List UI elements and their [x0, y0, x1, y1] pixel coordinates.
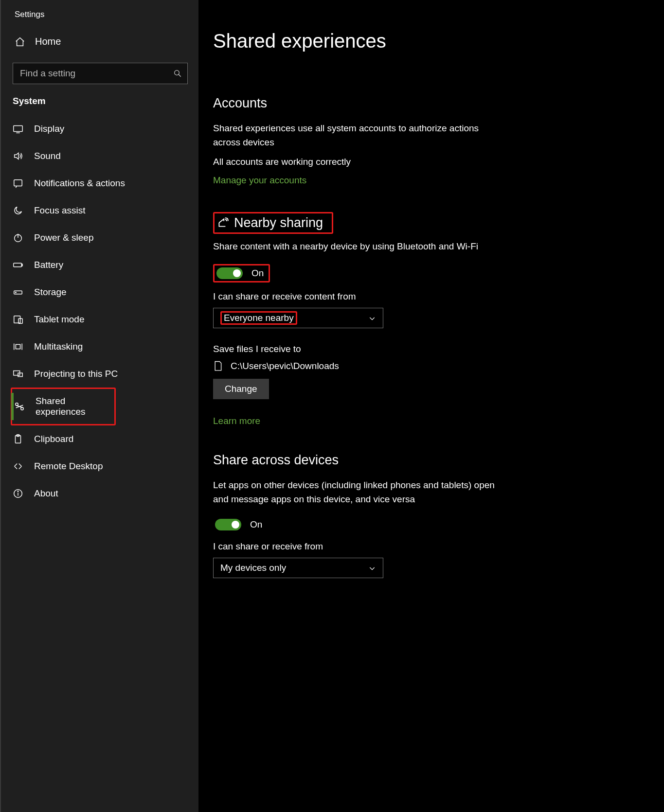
sidebar-item-power[interactable]: Power & sleep	[1, 224, 198, 251]
across-toggle-row: On	[213, 517, 267, 532]
nearby-toggle-label: On	[251, 268, 264, 279]
svg-rect-7	[14, 263, 22, 266]
nearby-share-icon	[216, 216, 229, 229]
accounts-status: All accounts are working correctly	[213, 155, 485, 169]
remote-icon	[13, 461, 23, 472]
home-icon	[15, 36, 25, 47]
change-button[interactable]: Change	[213, 379, 269, 399]
page-title: Shared experiences	[213, 30, 664, 52]
svg-rect-17	[18, 373, 22, 376]
sidebar: Settings Home System Display Sound	[0, 0, 198, 812]
svg-rect-15	[16, 344, 20, 349]
accounts-desc: Shared experiences use all system accoun…	[213, 122, 485, 149]
sidebar-item-storage[interactable]: Storage	[1, 279, 198, 306]
nav-label: About	[34, 488, 58, 499]
sidebar-category: System	[1, 96, 198, 115]
home-label: Home	[35, 36, 61, 47]
nav-label: Clipboard	[34, 434, 73, 444]
nearby-share-value: Everyone nearby	[220, 311, 297, 325]
sidebar-item-about[interactable]: About	[1, 480, 198, 507]
display-icon	[13, 124, 23, 134]
sidebar-item-notifications[interactable]: Notifications & actions	[1, 170, 198, 197]
nav-label: Notifications & actions	[34, 178, 125, 189]
svg-point-26	[18, 491, 18, 492]
folder-icon	[213, 360, 223, 372]
across-title: Share across devices	[213, 453, 664, 468]
main-content: Shared experiences Accounts Shared exper…	[198, 0, 664, 812]
nav-label: Tablet mode	[34, 314, 85, 325]
sidebar-item-focus[interactable]: Focus assist	[1, 197, 198, 224]
nav-label: Multitasking	[34, 341, 83, 352]
nav-label: Storage	[34, 287, 67, 298]
save-path-row: C:\Users\pevic\Downloads	[213, 360, 664, 372]
nav-label: Display	[34, 124, 64, 134]
accounts-title: Accounts	[213, 96, 664, 111]
svg-rect-11	[14, 316, 20, 323]
chevron-down-icon	[368, 314, 376, 322]
svg-line-1	[179, 74, 181, 77]
clipboard-icon	[13, 434, 23, 444]
svg-point-10	[16, 292, 16, 293]
multitask-icon	[13, 341, 23, 352]
sidebar-item-clipboard[interactable]: Clipboard	[1, 425, 198, 453]
search-input[interactable]	[13, 63, 188, 84]
focus-icon	[13, 205, 23, 216]
across-share-dropdown[interactable]: My devices only	[213, 558, 383, 578]
project-icon	[13, 369, 23, 379]
nav-label: Remote Desktop	[34, 461, 103, 472]
sidebar-item-shared-experiences[interactable]: Shared experiences	[11, 388, 116, 425]
sidebar-item-projecting[interactable]: Projecting to this PC	[1, 360, 198, 388]
chevron-down-icon	[368, 564, 376, 572]
save-path: C:\Users\pevic\Downloads	[231, 361, 339, 371]
nearby-toggle-row: On	[213, 264, 270, 282]
nearby-share-from-label: I can share or receive content from	[213, 291, 664, 302]
nav-label: Sound	[34, 151, 61, 161]
notifications-icon	[13, 178, 23, 189]
manage-accounts-link[interactable]: Manage your accounts	[213, 175, 306, 186]
nearby-desc: Share content with a nearby device by us…	[213, 240, 505, 254]
nav-label: Projecting to this PC	[34, 369, 118, 379]
sidebar-item-display[interactable]: Display	[1, 115, 198, 142]
power-icon	[13, 232, 23, 243]
across-share-value: My devices only	[220, 563, 286, 573]
battery-icon	[13, 260, 23, 270]
search-icon	[173, 69, 182, 78]
nav-label: Battery	[34, 260, 63, 270]
across-share-label: I can share or receive from	[213, 541, 664, 552]
search-field[interactable]	[13, 63, 188, 84]
app-title: Settings	[1, 5, 198, 29]
across-toggle[interactable]	[215, 519, 241, 530]
sidebar-nav: Display Sound Notifications & actions Fo…	[1, 115, 198, 507]
nav-label: Focus assist	[34, 205, 86, 216]
sidebar-item-remote[interactable]: Remote Desktop	[1, 453, 198, 480]
nearby-share-dropdown[interactable]: Everyone nearby	[213, 308, 383, 328]
across-desc: Let apps on other devices (including lin…	[213, 478, 495, 506]
across-toggle-label: On	[250, 519, 262, 530]
svg-rect-8	[21, 264, 22, 266]
sidebar-item-tablet[interactable]: Tablet mode	[1, 306, 198, 333]
learn-more-link[interactable]: Learn more	[213, 416, 260, 426]
svg-rect-2	[14, 126, 22, 132]
nearby-toggle[interactable]	[216, 267, 243, 279]
sidebar-item-battery[interactable]: Battery	[1, 251, 198, 279]
sidebar-item-sound[interactable]: Sound	[1, 142, 198, 170]
home-button[interactable]: Home	[1, 29, 198, 54]
storage-icon	[13, 287, 23, 298]
nav-label: Power & sleep	[34, 232, 94, 243]
nav-label: Shared experiences	[36, 396, 114, 417]
sound-icon	[13, 151, 23, 161]
svg-rect-4	[14, 180, 22, 186]
nearby-sharing-heading: Nearby sharing	[213, 212, 333, 234]
share-icon	[14, 401, 25, 412]
save-files-label: Save files I receive to	[213, 344, 664, 354]
nearby-title: Nearby sharing	[234, 215, 323, 230]
sidebar-item-multitasking[interactable]: Multitasking	[1, 333, 198, 360]
about-icon	[13, 488, 23, 499]
svg-point-0	[175, 71, 179, 75]
tablet-icon	[13, 314, 23, 325]
